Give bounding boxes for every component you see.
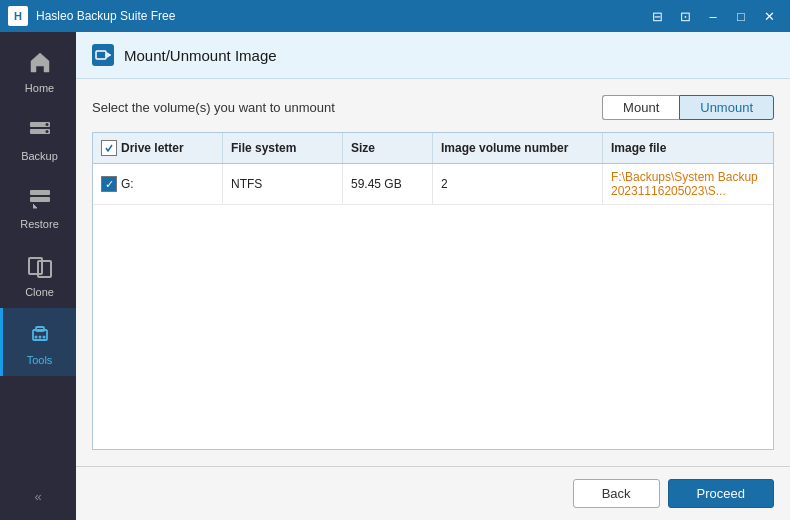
sidebar-item-clone[interactable]: Clone [0,240,76,308]
sidebar-tools-label: Tools [27,354,53,366]
sidebar-home-label: Home [25,82,54,94]
sidebar-backup-label: Backup [21,150,58,162]
back-button[interactable]: Back [573,479,660,508]
window-controls: ⊟ ⊡ – □ ✕ [644,5,782,27]
table-row: G: NTFS 59.45 GB 2 F:\Backups\System Bac… [93,164,773,205]
svg-point-2 [45,123,48,126]
svg-rect-4 [30,190,50,195]
panel-title: Mount/Unmount Image [124,47,277,64]
sidebar-item-tools[interactable]: Tools [0,308,76,376]
app-title: Hasleo Backup Suite Free [36,9,644,23]
clone-icon [24,250,56,282]
sidebar-item-backup[interactable]: Backup [0,104,76,172]
sidebar-item-home[interactable]: Home [0,36,76,104]
mount-button[interactable]: Mount [602,95,679,120]
sidebar-clone-label: Clone [25,286,54,298]
td-drive-letter-0: G: [93,164,223,204]
volumes-table: Drive letter File system Size Image volu… [92,132,774,450]
restore-button[interactable]: ⊟ [644,5,670,27]
col-image-volume-number: Image volume number [433,133,603,163]
td-image-volume-number-0: 2 [433,164,603,204]
pin-button[interactable]: ⊡ [672,5,698,27]
sidebar-collapse-button[interactable]: « [0,481,76,512]
col-drive-letter: Drive letter [93,133,223,163]
unmount-button[interactable]: Unmount [679,95,774,120]
app-icon: H [8,6,28,26]
tools-icon [24,318,56,350]
td-file-system-0: NTFS [223,164,343,204]
td-image-file-0: F:\Backups\System Backup 20231116205023\… [603,164,773,204]
svg-point-10 [34,336,37,339]
svg-point-3 [45,130,48,133]
home-icon [24,46,56,78]
svg-point-12 [42,336,45,339]
app-body: Home Backup Resto [0,32,790,520]
col-image-file: Image file [603,133,773,163]
table-header: Drive letter File system Size Image volu… [93,133,773,164]
top-row-description: Select the volume(s) you want to unmount [92,100,335,115]
minimize-button[interactable]: – [700,5,726,27]
panel-icon [92,44,114,66]
mount-unmount-buttons: Mount Unmount [602,95,774,120]
close-button[interactable]: ✕ [756,5,782,27]
select-all-checkbox[interactable] [101,140,117,156]
panel-header: Mount/Unmount Image [76,32,790,79]
backup-icon [24,114,56,146]
bottom-bar: Back Proceed [76,466,790,520]
svg-point-11 [38,336,41,339]
top-row: Select the volume(s) you want to unmount… [92,95,774,120]
maximize-button[interactable]: □ [728,5,754,27]
col-file-system: File system [223,133,343,163]
proceed-button[interactable]: Proceed [668,479,774,508]
sidebar-restore-label: Restore [20,218,59,230]
svg-rect-13 [96,51,106,59]
sidebar: Home Backup Resto [0,32,76,520]
td-size-0: 59.45 GB [343,164,433,204]
title-bar: H Hasleo Backup Suite Free ⊟ ⊡ – □ ✕ [0,0,790,32]
svg-rect-9 [36,327,44,331]
inner-content: Select the volume(s) you want to unmount… [76,79,790,466]
svg-rect-5 [30,197,50,202]
row-checkbox-0[interactable] [101,176,117,192]
sidebar-item-restore[interactable]: Restore [0,172,76,240]
restore-icon [24,182,56,214]
content-area: Mount/Unmount Image Select the volume(s)… [76,32,790,520]
col-size: Size [343,133,433,163]
